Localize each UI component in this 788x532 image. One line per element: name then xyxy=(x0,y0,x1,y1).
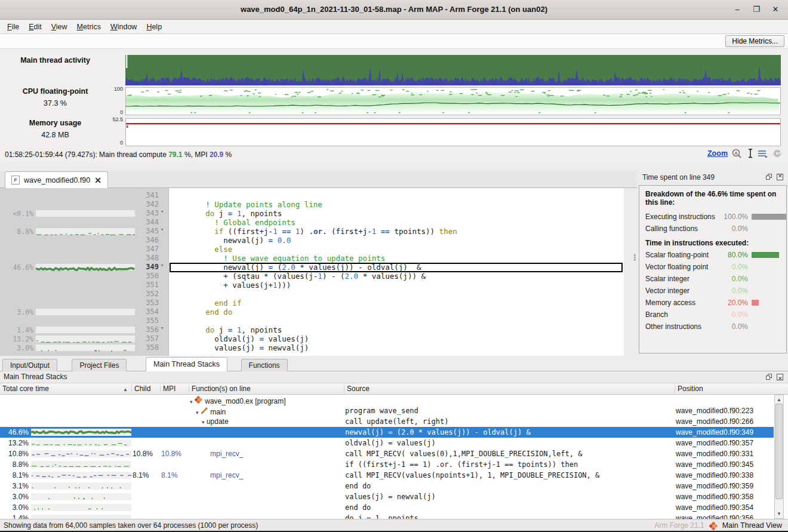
column-functions[interactable]: Function(s) on line xyxy=(189,385,344,393)
menu-file[interactable]: File xyxy=(2,21,24,33)
fold-arrow-icon[interactable]: ▾ xyxy=(161,226,164,232)
row-activity-sparkline xyxy=(31,439,131,447)
position-cell: wave_modified0.f90:354 xyxy=(676,503,772,512)
breakdown-value: 100.0% xyxy=(711,213,748,221)
stacks-table-row[interactable]: 8.1%8.1%8.1%mpi_recv_call MPI_RECV(value… xyxy=(0,470,774,481)
line-number-344: 344 xyxy=(136,218,169,227)
sort-ascending-icon: ▲ xyxy=(123,385,128,394)
cpu-floating-point-chart[interactable] xyxy=(125,87,781,115)
maximize-button[interactable]: ❐ xyxy=(749,4,764,15)
fold-arrow-icon[interactable]: ▾ xyxy=(161,208,164,214)
menu-edit[interactable]: Edit xyxy=(24,21,47,33)
tab-wave-modified0[interactable]: F wave_modified0.f90 ✕ xyxy=(5,171,108,188)
code-line-354[interactable]: end do xyxy=(170,307,624,316)
code-line-358[interactable]: values(j) = newval(j) xyxy=(170,343,624,352)
panel-splitter-handle[interactable]: ●●● xyxy=(633,254,637,261)
stacks-table-row[interactable]: 3.0%end dowave_modified0.f90:354 xyxy=(0,502,774,513)
stacks-table-row[interactable]: 10.8%10.8%10.8%mpi_recv_call MPI_RECV( v… xyxy=(0,448,774,459)
resize-grip[interactable]: ∷∷ xyxy=(783,524,787,527)
stacks-table-row[interactable]: 1.4%do j = 1, npointswave_modified0.f90:… xyxy=(0,513,774,519)
table-scroll-thumb[interactable] xyxy=(775,404,783,499)
reset-zoom-icon[interactable] xyxy=(772,149,782,158)
stacks-table-row[interactable]: ▾ updatecall update(left, right)wave_mod… xyxy=(0,416,774,427)
position-cell: wave_modified0.f90:349 xyxy=(676,428,772,436)
code-line-351[interactable]: + values(j+1))) xyxy=(170,281,624,290)
code-line-343[interactable]: do j = 1, npoints xyxy=(170,209,624,218)
stacks-float-icon[interactable] xyxy=(766,374,772,380)
stacks-table-row[interactable]: ▾ mainprogram wave_sendwave_modified0.f9… xyxy=(0,405,774,416)
code-token: ) - ( xyxy=(322,272,345,281)
bottom-tab-input-output[interactable]: Input/Output xyxy=(2,359,57,371)
menu-window[interactable]: Window xyxy=(106,21,141,33)
breakdown-value: 0.0% xyxy=(711,287,748,295)
minimize-button[interactable]: – xyxy=(729,4,745,15)
bottom-tab-functions[interactable]: Functions xyxy=(241,359,288,371)
code-line-341[interactable] xyxy=(170,191,624,200)
stacks-table-row[interactable]: 8.8%if ((first+j-1 == 1) .or. (first+j-1… xyxy=(0,459,774,470)
code-line-353[interactable]: end if xyxy=(170,299,624,307)
menu-help[interactable]: Help xyxy=(141,21,167,33)
tree-expand-arrow[interactable]: ▾ xyxy=(190,399,193,405)
column-position[interactable]: Position xyxy=(675,385,774,393)
code-token: == xyxy=(381,227,390,236)
code-line-347[interactable]: else xyxy=(170,245,624,254)
code-token: = xyxy=(269,236,273,245)
close-panel-icon[interactable]: ✕ xyxy=(777,174,783,180)
code-line-342[interactable]: ! Update points along line xyxy=(170,200,624,209)
code-token xyxy=(170,227,214,236)
stacks-table-row[interactable]: 3.1%end dowave_modified0.f90:359 xyxy=(0,481,774,491)
code-line-357[interactable]: oldval(j) = values(j) xyxy=(170,334,624,343)
code-token xyxy=(170,209,205,218)
stacks-table-row[interactable]: 13.2%oldval(j) = values(j)wave_modified0… xyxy=(0,438,774,448)
code-line-356[interactable]: do j = 1, npoints xyxy=(170,325,624,334)
tree-expand-arrow[interactable]: ▾ xyxy=(202,419,205,425)
tree-expand-arrow[interactable]: ▾ xyxy=(196,410,199,416)
code-line-346[interactable]: newval(j) = 0.0 xyxy=(170,236,624,245)
close-button[interactable]: ✕ xyxy=(768,4,783,15)
view-mode-label[interactable]: Main Thread View xyxy=(722,519,782,532)
bottom-tab-project-files[interactable]: Project Files xyxy=(72,359,127,371)
table-scroll-down[interactable]: ▼ xyxy=(775,511,783,516)
position-cell: wave_modified0.f90:266 xyxy=(676,417,772,426)
main-thread-activity-chart[interactable] xyxy=(125,55,781,85)
table-vertical-scrollbar[interactable]: ▲ ▼ xyxy=(774,395,784,519)
code-token xyxy=(170,325,205,334)
hide-metrics-button[interactable]: Hide Metrics... xyxy=(725,35,784,47)
code-token: do xyxy=(205,325,214,334)
line-time-percent: <0.1% xyxy=(0,210,33,218)
code-pane[interactable]: ! Update points along line do j = 1, npo… xyxy=(170,188,624,356)
zoom-text-icon[interactable]: A xyxy=(732,149,744,158)
fold-arrow-icon[interactable]: ▾ xyxy=(161,325,164,331)
zoom-link[interactable]: Zoom xyxy=(707,149,728,158)
line-time-percent: 8.8% xyxy=(0,227,33,236)
memory-usage-chart[interactable] xyxy=(125,118,781,146)
line-time-percent: 46.6% xyxy=(0,263,33,272)
bottom-tab-main-thread-stacks[interactable]: Main Thread Stacks xyxy=(146,357,227,371)
column-mpi[interactable]: MPI xyxy=(160,385,189,393)
breakdown-bar xyxy=(752,300,759,306)
menu-view[interactable]: View xyxy=(47,21,72,33)
metrics-menu-icon[interactable] xyxy=(758,149,768,158)
column-child[interactable]: Child xyxy=(131,385,160,393)
menu-bar: FileEditViewMetricsWindowHelp xyxy=(0,20,788,34)
stacks-table-row[interactable]: 3.0%values(j) = newval(j)wave_modified0.… xyxy=(0,491,774,502)
menu-metrics[interactable]: Metrics xyxy=(72,21,106,33)
fold-arrow-icon[interactable]: ▾ xyxy=(161,262,164,268)
column-total-core-time[interactable]: Total core time▲ xyxy=(0,385,131,393)
stacks-table-row[interactable]: ▾ wave_mod0.ex [program] xyxy=(0,395,774,405)
line-number-358: 358 xyxy=(136,343,169,352)
column-source[interactable]: Source xyxy=(344,385,675,393)
code-line-344[interactable]: ! Global endpoints xyxy=(170,218,624,227)
code-line-350[interactable]: + (sqtau * (values(j-1) - (2.0 * values(… xyxy=(170,272,624,281)
source-editor[interactable]: <0.1%8.8%46.6%3.0%1.4%13.2%3.0% 34134234… xyxy=(0,188,624,356)
stacks-close-icon[interactable]: ✕ xyxy=(777,374,783,380)
code-line-345[interactable]: if ((first+j-1 == 1) .or. (first+j-1 == … xyxy=(170,227,624,236)
stacks-table-row[interactable]: 46.6%newval(j) = (2.0 * values(j)) - old… xyxy=(0,427,774,438)
tab-close-icon[interactable]: ✕ xyxy=(94,176,101,185)
table-scroll-up[interactable]: ▲ xyxy=(775,397,783,402)
float-panel-icon[interactable] xyxy=(766,174,772,180)
code-line-348[interactable]: ! Use wave equation to update points xyxy=(170,254,624,263)
code-line-352[interactable] xyxy=(170,290,624,299)
code-line-355[interactable] xyxy=(170,316,624,325)
gutter-row-352 xyxy=(0,290,136,299)
